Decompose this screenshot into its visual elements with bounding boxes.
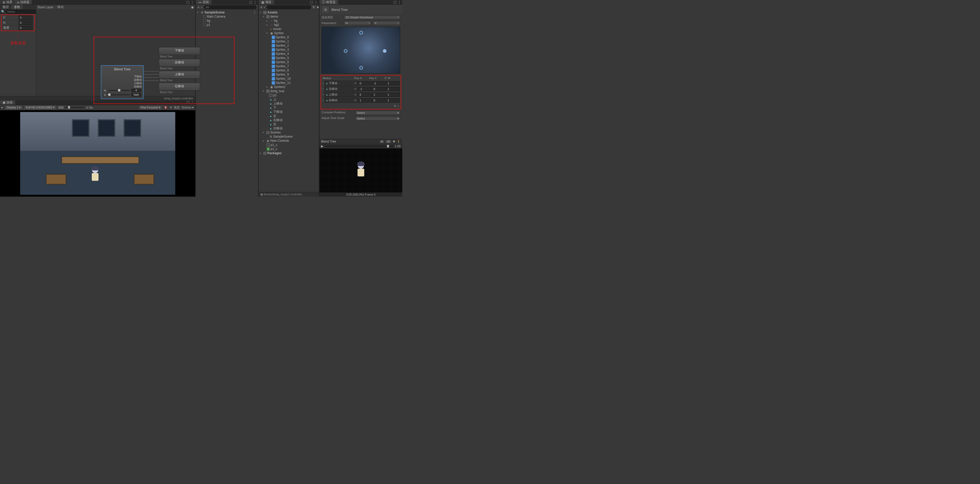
auto-live-link-icon[interactable]: ◉ (191, 5, 194, 9)
add-motion-icon[interactable]: + (394, 104, 396, 108)
asset-row[interactable]: ▸▦Sprites2 (259, 85, 319, 89)
subtab-params[interactable]: 参数 (11, 5, 23, 9)
gameobject-row[interactable]: ⛶p1 (196, 23, 258, 27)
time-scale-input[interactable] (386, 87, 400, 91)
asset-row[interactable]: ▲上 (259, 97, 319, 101)
time-scale-input[interactable] (386, 98, 400, 102)
pos-x-input[interactable] (358, 93, 372, 97)
scene-menu-icon[interactable]: ⋮ (253, 11, 258, 14)
asset-row[interactable]: p1 (259, 93, 319, 97)
sprite-row[interactable]: Sprites_1 (259, 39, 319, 43)
gizmos-dropdown[interactable]: Gizmos ▾ (182, 106, 194, 109)
motion-field[interactable]: ▲右移动⊙ (325, 98, 358, 103)
asset-row[interactable]: ⦿SampleScene (259, 134, 319, 139)
asset-row[interactable]: ♫music (259, 27, 319, 31)
lock-icon[interactable] (394, 1, 396, 4)
tab-hierarchy[interactable]: ≔层级 (196, 0, 212, 5)
sprite-row[interactable]: Sprites_2 (259, 43, 319, 48)
dock-icon[interactable] (187, 1, 189, 4)
asset-row[interactable]: ▲右 (259, 114, 319, 118)
tab-scene[interactable]: ⊞场景 (0, 0, 15, 5)
animation-preview[interactable] (320, 149, 402, 192)
asset-row[interactable]: ▲右移动 (259, 118, 319, 122)
blend-2d-viewport[interactable] (321, 27, 400, 73)
sprite-row[interactable]: Sprites_10 (259, 77, 319, 81)
tab-project[interactable]: ▦项目 (259, 0, 274, 5)
time-scale-input[interactable] (386, 81, 400, 85)
ik-button[interactable]: IK (380, 140, 384, 143)
play-focused-dropdown[interactable]: Play Focused ▾ (139, 105, 162, 109)
pane-menu-icon[interactable]: ⋮ (254, 0, 257, 4)
sprite-row[interactable]: Sprites_11 (259, 81, 319, 85)
param-value-input[interactable] (19, 26, 33, 30)
blend-child-node[interactable]: 右移动Blend Tree (159, 83, 200, 91)
asset-row[interactable]: ▲左移动 (259, 126, 319, 130)
folder-row[interactable]: ▾demo (259, 14, 319, 19)
play-icon[interactable]: ▶ (321, 144, 323, 148)
tab-inspector[interactable]: ⓘ检查器 (320, 0, 338, 5)
breadcrumb[interactable]: 移动 (57, 5, 64, 9)
scale-slider[interactable] (66, 107, 84, 108)
param-row[interactable]: V (2, 15, 34, 20)
time-scale-input[interactable] (386, 93, 400, 97)
pos-y-input[interactable] (372, 98, 386, 102)
stats-button[interactable]: 状态 (174, 105, 180, 109)
folder-row[interactable]: ▾▦Sprites (259, 31, 319, 35)
asset-row[interactable]: ▲下移动 (259, 110, 319, 114)
pos-y-input[interactable] (372, 87, 386, 91)
motion-field[interactable]: ▲左移动⊙ (325, 86, 358, 91)
pane-menu-icon[interactable]: ⋮ (314, 0, 318, 4)
motion-row[interactable]: ═▲下移动⊙ (321, 80, 400, 86)
asset-row[interactable]: ▲左 (259, 122, 319, 126)
sprite-row[interactable]: Sprites_6 (259, 60, 319, 64)
asset-row[interactable]: p1_c (259, 143, 319, 147)
motion-field[interactable]: ▲上移动⊙ (325, 92, 358, 97)
mute-icon[interactable]: 🔇 (164, 106, 167, 109)
display-dropdown[interactable]: Display 1 ▾ (5, 105, 22, 109)
filter-icon[interactable]: ⚲ (313, 5, 315, 9)
pane-menu-icon[interactable]: ⋮ (398, 0, 401, 4)
pos-y-input[interactable] (372, 81, 386, 85)
2d-button[interactable]: 2D (386, 140, 391, 143)
folder-row[interactable]: ▾Assets (259, 10, 319, 14)
breadcrumb[interactable]: Base Layer (38, 5, 54, 9)
scene-row[interactable]: ▾⦿SampleScene⋮ (196, 10, 258, 14)
pos-x-input[interactable] (358, 98, 372, 102)
folder-row[interactable]: ▾dong_hua (259, 89, 319, 93)
pane-menu-icon[interactable]: ⋮ (191, 0, 194, 4)
sprite-row[interactable]: Sprites_3 (259, 48, 319, 52)
sprite-row[interactable]: Sprites_9 (259, 72, 319, 77)
adjust-time-dropdown[interactable]: Select▾ (355, 117, 400, 121)
pivot-icon[interactable]: ✥ (393, 140, 395, 143)
param-value-input[interactable] (19, 21, 33, 25)
resolution-dropdown[interactable]: Full HD (1920x1080) ▾ (24, 105, 56, 109)
gameobject-row[interactable]: ⛶Main Camera (196, 14, 258, 19)
sprite-row[interactable]: Sprites_7 (259, 64, 319, 68)
dock-icon[interactable] (310, 1, 313, 4)
blend-slider-h[interactable]: H0 (101, 88, 143, 93)
hierarchy-search-input[interactable] (204, 5, 256, 9)
drag-handle-icon[interactable]: ═ (322, 88, 324, 90)
param-value-input[interactable] (19, 16, 33, 20)
remove-motion-icon[interactable]: − (397, 104, 399, 108)
motion-row[interactable]: ═▲左移动⊙ (321, 86, 400, 91)
folder-row[interactable]: ▾Scenes (259, 130, 319, 134)
param-row[interactable]: H (2, 20, 34, 26)
tab-animator[interactable]: ▸动画器 (15, 0, 32, 5)
motion-row[interactable]: ═▲右移动⊙ (321, 97, 400, 103)
create-icon[interactable]: + (197, 5, 200, 9)
blend-tree-node[interactable]: Blend Tree 下移动 左移动 上移动 右移动 H0 VNaN (101, 65, 144, 99)
drag-handle-icon[interactable]: ═ (322, 99, 324, 102)
blend-child-node[interactable]: 上移动Blend Tree (159, 71, 200, 79)
tab-game[interactable]: ▣游戏 (0, 101, 15, 105)
asset-row[interactable]: ▸▫bg2 (259, 23, 319, 27)
vsync-icon[interactable]: ⟲ (170, 106, 172, 109)
param-x-dropdown[interactable]: H▾ (344, 21, 371, 25)
subtab-layers[interactable]: 图层 (0, 5, 11, 9)
blend-child-node[interactable]: 左移动Blend Tree (159, 59, 200, 67)
blend-slider-v[interactable]: VNaN (101, 93, 143, 97)
sprite-row[interactable]: Sprites_5 (259, 56, 319, 60)
compute-positions-dropdown[interactable]: Select▾ (355, 111, 400, 115)
project-search-input[interactable] (267, 5, 311, 9)
preview-timeline[interactable] (325, 146, 393, 147)
